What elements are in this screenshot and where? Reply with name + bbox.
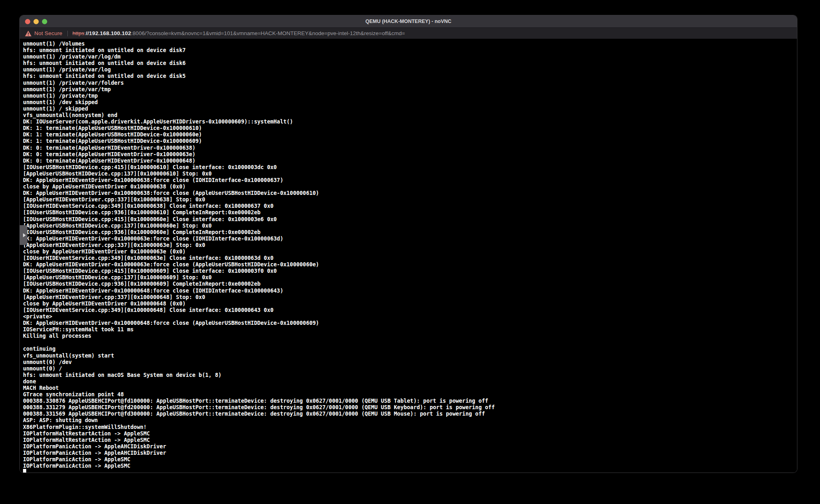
close-window-button[interactable]	[25, 19, 30, 24]
text-cursor	[23, 469, 26, 473]
address-bar[interactable]: Not Secure https : //192.168.100.102 :80…	[20, 27, 797, 39]
chevron-right-icon	[23, 233, 26, 237]
url-query: :8006/?console=kvm&novnc=1&vmid=101&vmna…	[131, 30, 405, 36]
url-scheme: https	[73, 30, 84, 36]
browser-window: QEMU (HACK-MONTEREY) - noVNC Not Secure …	[19, 15, 797, 473]
vnc-screen[interactable]: unmount(1) /Volumes hfs: unmount initiat…	[20, 39, 797, 473]
traffic-lights	[20, 19, 47, 24]
urlbar-divider	[67, 31, 68, 36]
url-host: //192.168.100.102	[86, 30, 131, 36]
minimize-window-button[interactable]	[33, 19, 39, 24]
warning-icon[interactable]	[25, 31, 31, 36]
window-titlebar[interactable]: QEMU (HACK-MONTEREY) - noVNC	[20, 15, 797, 27]
url-field[interactable]: https : //192.168.100.102 :8006/?console…	[73, 30, 405, 36]
not-secure-label[interactable]: Not Secure	[34, 30, 63, 36]
novnc-controlbar-handle[interactable]	[20, 225, 27, 245]
zoom-window-button[interactable]	[42, 19, 47, 24]
window-title: QEMU (HACK-MONTEREY) - noVNC	[20, 15, 797, 27]
console-output: unmount(1) /Volumes hfs: unmount initiat…	[20, 39, 797, 469]
